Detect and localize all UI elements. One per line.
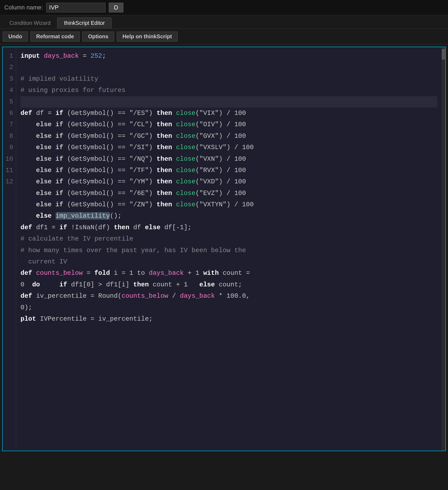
line-num-5: 5 xyxy=(4,96,13,108)
line-num-4: 4 xyxy=(4,85,13,96)
code-line-11b: 0); xyxy=(21,302,437,313)
line-num-7: 7 xyxy=(4,119,13,130)
top-bar: Column name: D xyxy=(0,0,448,15)
editor-container: 1 2 3 4 5 6 7 8 9 10 11 12 input days_ba… xyxy=(2,47,446,451)
reformat-button[interactable]: Reformat code xyxy=(30,32,80,42)
code-line-6i: else if (GetSymbol() == "/ZN") then clos… xyxy=(21,199,437,210)
code-line-12: plot IVPercentile = iv_percentile; xyxy=(21,313,437,325)
options-button[interactable]: Options xyxy=(82,32,114,42)
line-num-2: 2 xyxy=(4,62,13,73)
tab-condition-wizard[interactable]: Condition Wizard xyxy=(3,18,57,29)
d-button[interactable]: D xyxy=(109,3,123,12)
code-line-5 xyxy=(21,96,437,108)
line-num-3: 3 xyxy=(4,73,13,85)
code-line-6a: def df = if (GetSymbol() == "/ES") then … xyxy=(21,108,437,119)
code-line-8: # calculate the IV percentile xyxy=(21,233,437,245)
line-num-6: 6 xyxy=(4,108,13,119)
code-line-6g: else if (GetSymbol() == "/YM") then clos… xyxy=(21,176,437,187)
line-num-8: 8 xyxy=(4,131,13,142)
code-line-9a: # how many times over the past year, has… xyxy=(21,245,437,256)
line-num-11: 11 xyxy=(4,165,13,176)
toolbar: Undo Reformat code Options Help on think… xyxy=(0,29,448,44)
code-line-9b: current IV xyxy=(21,256,437,268)
column-name-label: Column name: xyxy=(4,4,43,11)
code-line-6f: else if (GetSymbol() == "/TF") then clos… xyxy=(21,165,437,176)
code-line-1: input days_back = 252; xyxy=(21,50,437,62)
code-line-3: # implied volatility xyxy=(21,73,437,85)
line-numbers: 1 2 3 4 5 6 7 8 9 10 11 12 xyxy=(3,47,16,451)
code-line-11a: def iv_percentile = Round(counts_below /… xyxy=(21,290,437,302)
code-line-6h: else if (GetSymbol() == "/6E") then clos… xyxy=(21,188,437,199)
scrollbar-thumb[interactable] xyxy=(442,49,446,60)
code-line-6d: else if (GetSymbol() == "/SI") then clos… xyxy=(21,142,437,153)
code-area[interactable]: input days_back = 252; # implied volatil… xyxy=(16,47,442,451)
code-line-6e: else if (GetSymbol() == "/NQ") then clos… xyxy=(21,153,437,165)
code-line-6j: else imp_volatility(); xyxy=(21,210,437,222)
line-num-9: 9 xyxy=(4,142,13,153)
code-line-6b: else if (GetSymbol() == "/CL") then clos… xyxy=(21,119,437,130)
column-name-input[interactable] xyxy=(46,3,106,12)
line-num-10: 10 xyxy=(4,153,13,165)
tabs-bar: Condition Wizard thinkScript Editor xyxy=(0,15,448,29)
code-line-10b: 0 do if df1[0] > df1[i] then count + 1 e… xyxy=(21,279,437,290)
undo-button[interactable]: Undo xyxy=(3,32,28,42)
line-num-1: 1 xyxy=(4,50,13,62)
code-line-6c: else if (GetSymbol() == "/GC") then clos… xyxy=(21,131,437,142)
code-line-10a: def counts_below = fold i = 1 to days_ba… xyxy=(21,268,437,279)
line-num-12: 12 xyxy=(4,176,13,187)
code-line-7: def df1 = if !IsNaN(df) then df else df[… xyxy=(21,222,437,233)
code-line-2 xyxy=(21,62,437,73)
code-line-4: # using proxies for futures xyxy=(21,85,437,96)
tab-thinkscript-editor[interactable]: thinkScript Editor xyxy=(57,18,111,29)
help-button[interactable]: Help on thinkScript xyxy=(117,32,178,42)
scrollbar-track[interactable] xyxy=(442,47,445,451)
